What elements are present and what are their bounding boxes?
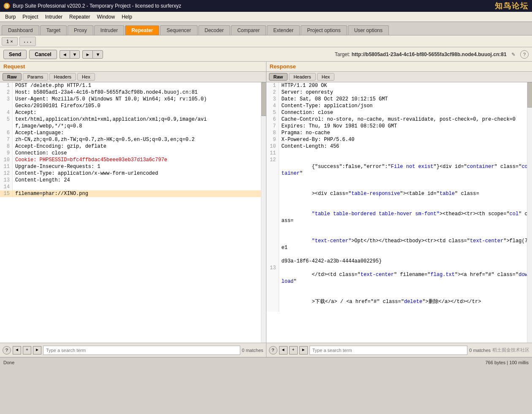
response-line-13b: >下载</a> / <a href="#" class="delete">删除<…	[266, 292, 532, 312]
request-search-input[interactable]	[43, 346, 240, 355]
response-line-12d: "text-center">Opt</th></thead><tbody><tr…	[266, 231, 532, 258]
nav-back-button[interactable]: ◄	[60, 50, 70, 59]
secondary-tab-bar: 1 × ...	[0, 35, 532, 47]
response-json2: "}<div id="	[434, 164, 467, 170]
response-line-12c: "table table-bordered table-hover sm-fon…	[266, 204, 532, 231]
status-text: Done	[3, 360, 14, 365]
title-text: Burp Suite Professional v2020.2 - Tempor…	[13, 3, 495, 9]
tab-repeater[interactable]: Repeater	[125, 25, 159, 35]
tab-proxy[interactable]: Proxy	[68, 25, 93, 35]
request-line-5: 5 text/html,application/xhtml+xml,applic…	[0, 116, 266, 123]
request-line-7: 7 zh-CN,zh;q=0.8,zh-TW;q=0.7,zh-HK;q=0.5…	[0, 136, 266, 143]
tab-comparer[interactable]: Comparer	[231, 25, 266, 35]
response-line-4: 4 Content-Type: application/json	[266, 103, 532, 109]
request-prev-button[interactable]: ◄	[13, 346, 21, 354]
request-line-6: 6 Accept-Language:	[0, 130, 266, 136]
request-fwd-button[interactable]: ►	[33, 346, 41, 354]
tab-sequencer[interactable]: Sequencer	[160, 25, 197, 35]
response-code-area[interactable]: 1 HTTP/1.1 200 OK 2 Server: openresty 3 …	[266, 82, 532, 343]
tab-dots[interactable]: ...	[19, 37, 36, 46]
request-tabs: Raw Params Headers Hex	[0, 72, 266, 82]
nav-back-group: ◄ ▼	[60, 50, 80, 59]
request-line-9: 9 Connection: close	[0, 150, 266, 157]
edit-target-button[interactable]: ✎	[509, 50, 518, 59]
nav-fwd-drop-button[interactable]: ▼	[92, 50, 103, 59]
response-add-button[interactable]: +	[289, 346, 298, 354]
request-tab-hex[interactable]: Hex	[77, 73, 95, 81]
menu-burp[interactable]: Burp	[2, 13, 19, 21]
response-id-val: container	[467, 164, 494, 170]
nav-fwd-button[interactable]: ►	[82, 50, 92, 59]
response-line-7: 7 Expires: Thu, 19 Nov 1981 08:52:00 GMT	[266, 123, 532, 130]
request-line-8: 8 Accept-Encoding: gzip, deflate	[0, 143, 266, 150]
response-line-12: 12 {"success":false,"error":"File not ex…	[266, 157, 532, 184]
request-line-4: 4 Accept:	[0, 109, 266, 116]
request-line-10: 10 Cookie: PHPSESSID=bfc4ffbdac45beee03e…	[0, 157, 266, 163]
response-line-3: 3 Date: Sat, 08 Oct 2022 10:12:15 GMT	[266, 96, 532, 103]
panels: Request Raw Params Headers Hex 1 POST /d…	[0, 62, 532, 357]
svg-text:B: B	[5, 4, 8, 8]
response-help-icon[interactable]: ?	[269, 346, 277, 354]
tab-target[interactable]: Target	[40, 25, 67, 35]
request-code-area[interactable]: 1 POST /delete.php HTTP/1.1 2 Host: b580…	[0, 82, 266, 343]
request-line-3b: Gecko/20100101 Firefox/105.0	[0, 103, 266, 109]
help-button[interactable]: ?	[520, 50, 529, 59]
request-next-button[interactable]: +	[23, 346, 31, 354]
request-line-2: 2 Host: b5805ad1-23a4-4c16-bf80-5655fa3c…	[0, 89, 266, 96]
watermark: 稻土掘金技术社区	[492, 347, 529, 353]
logo-text: 知鸟论坛	[495, 1, 529, 11]
tab-decoder[interactable]: Decoder	[198, 25, 230, 35]
request-search-bar: ? ◄ + ► 0 matches	[0, 343, 266, 357]
request-line-11: 11 Upgrade-Insecure-Requests: 1	[0, 163, 266, 170]
response-tab-hex[interactable]: Hex	[317, 73, 335, 81]
request-scroll-thumb[interactable]	[261, 82, 266, 116]
request-line-15: 15 filename=phar://XINO.png	[0, 190, 266, 197]
request-tab-params[interactable]: Params	[23, 73, 48, 81]
request-line-3: 3 User-Agent: Mozilla/5.0 (Windows NT 10…	[0, 96, 266, 103]
request-help-icon[interactable]: ?	[3, 346, 11, 354]
tab-1[interactable]: 1 ×	[2, 37, 18, 46]
request-tab-raw[interactable]: Raw	[3, 73, 22, 81]
response-search-bar: ? ◄ + ► 0 matches 稻土掘金技术社区	[266, 343, 532, 357]
status-size: 766 bytes | 100 millis	[485, 360, 529, 365]
tab-extender[interactable]: Extender	[267, 25, 300, 35]
request-header: Request	[0, 62, 266, 72]
menu-project[interactable]: Project	[19, 13, 41, 21]
response-line-13: 13 </td><td class="text-center" filename…	[266, 265, 532, 292]
menu-help[interactable]: Help	[118, 13, 136, 21]
response-panel: Response Raw Headers Hex 1 HTTP/1.1 200 …	[266, 62, 532, 357]
response-line-9: 9 X-Powered-By: PHP/5.6.40	[266, 136, 532, 143]
response-line-5: 5 Connection: close	[266, 109, 532, 116]
target-label: Target: http://b5805ad1-23a4-4c16-bf80-5…	[106, 51, 506, 57]
response-scrollbar[interactable]	[527, 82, 532, 343]
request-line-13: 13 Content-Length: 24	[0, 177, 266, 184]
request-line-5b: f,image/webp,*/*;q=0.8	[0, 123, 266, 130]
request-scrollbar[interactable]	[261, 82, 266, 343]
app-icon: B	[3, 3, 10, 9]
request-line-14: 14	[0, 184, 266, 190]
nav-back-drop-button[interactable]: ▼	[70, 50, 80, 59]
response-line-10: 10 Content-Length: 456	[266, 143, 532, 150]
tab-dashboard[interactable]: Dashboard	[2, 25, 39, 35]
response-json: {"success":false,"error":"	[312, 164, 391, 170]
request-line-1: 1 POST /delete.php HTTP/1.1	[0, 82, 266, 89]
response-line-12e: d93a-18f6-4242-a23b-4444aa002295}	[266, 258, 532, 265]
title-bar: B Burp Suite Professional v2020.2 - Temp…	[0, 0, 532, 12]
response-search-input[interactable]	[309, 346, 468, 355]
response-tab-raw[interactable]: Raw	[269, 73, 288, 81]
response-line-12b: ><div class="table-responsive"><table id…	[266, 184, 532, 204]
menu-repeater[interactable]: Repeater	[66, 13, 93, 21]
cancel-button[interactable]: Cancel	[29, 50, 57, 59]
send-button[interactable]: Send	[3, 50, 27, 59]
response-prev-button[interactable]: ◄	[279, 346, 288, 354]
tab-user-options[interactable]: User options	[348, 25, 389, 35]
response-next-button[interactable]: ►	[299, 346, 308, 354]
menu-intruder[interactable]: Intruder	[42, 13, 66, 21]
request-tab-headers[interactable]: Headers	[49, 73, 76, 81]
response-tab-headers[interactable]: Headers	[289, 73, 316, 81]
tab-intruder[interactable]: Intruder	[94, 25, 124, 35]
target-label-text: Target:	[335, 51, 350, 57]
tab-project-options[interactable]: Project options	[301, 25, 347, 35]
menu-window[interactable]: Window	[93, 13, 118, 21]
response-scroll-thumb[interactable]	[527, 82, 532, 108]
